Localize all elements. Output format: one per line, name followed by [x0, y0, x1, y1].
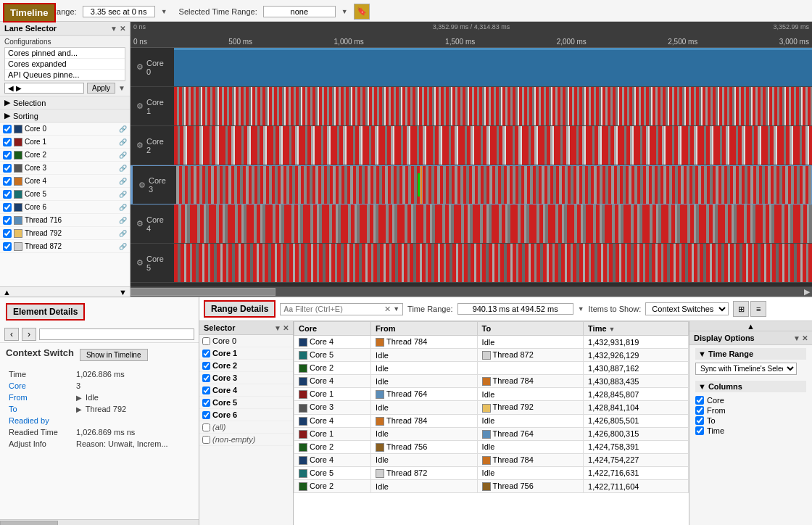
detail-label-to[interactable]: To [9, 405, 17, 413]
lane-item-core6[interactable]: Core 6 🔗 [0, 201, 130, 214]
th-from[interactable]: From [371, 322, 477, 336]
lane-pin-thread872[interactable]: 🔗 [119, 243, 127, 250]
display-close-icon[interactable]: ✕ [802, 334, 808, 342]
lane-pin-core0[interactable]: 🔗 [119, 125, 127, 133]
selector-item-core4[interactable]: Core 4 [199, 384, 293, 397]
scroll-right-btn[interactable]: ▶ [802, 287, 812, 297]
lane-pin-core6[interactable]: 🔗 [119, 204, 127, 211]
selector-checkbox-nonempty[interactable] [202, 436, 210, 444]
lane-item-core3[interactable]: Core 3 🔗 [0, 162, 130, 175]
filter-clear-icon[interactable]: ✕ [384, 305, 391, 314]
selector-checkbox-core5[interactable] [202, 399, 210, 407]
lane-checkbox-core4[interactable] [3, 177, 12, 186]
lane-pin-core2[interactable]: 🔗 [119, 152, 127, 159]
show-in-timeline-button[interactable]: Show in Timeline [80, 349, 148, 361]
gear-icon-5[interactable]: ⚙ [136, 258, 144, 268]
selector-checkbox-core2[interactable] [202, 362, 210, 370]
table-row[interactable]: Core 3 Idle Thread 792 1,428,841,104 [294, 401, 689, 414]
config-dropdown[interactable]: ▼ [118, 84, 125, 92]
core-1-track[interactable] [174, 87, 812, 125]
selector-checkbox-core6[interactable] [202, 411, 210, 419]
config-item-1[interactable]: Cores pinned and... [5, 48, 125, 59]
columns-section-title[interactable]: ▼ Columns [695, 381, 806, 392]
selector-close-icon[interactable]: ✕ [283, 324, 289, 332]
nav-next-button[interactable]: › [22, 328, 36, 341]
lane-pin-core4[interactable]: 🔗 [119, 178, 127, 185]
lane-checkbox-thread792[interactable] [3, 229, 12, 238]
lane-pin-thread792[interactable]: 🔗 [119, 230, 127, 237]
lane-checkbox-core6[interactable] [3, 203, 12, 212]
table-row[interactable]: Core 1 Thread 764 Idle 1,428,845,807 [294, 388, 689, 401]
col-checkbox-core[interactable] [695, 396, 704, 405]
gear-icon-1[interactable]: ⚙ [136, 102, 144, 111]
core-0-track[interactable] [174, 48, 812, 86]
lane-checkbox-core0[interactable] [3, 125, 12, 133]
lane-item-thread872[interactable]: Thread 872 🔗 [0, 240, 130, 253]
selection-section[interactable]: ▶ Selection [0, 96, 130, 109]
selector-item-core0[interactable]: Core 0 [199, 335, 293, 347]
display-scroll-up[interactable]: ▲ [689, 321, 812, 331]
lane-item-core2[interactable]: Core 2 🔗 [0, 149, 130, 162]
core-5-track[interactable] [174, 244, 812, 282]
col-checkbox-time[interactable] [695, 426, 704, 435]
visible-range-value[interactable]: 3.35 sec at 0 ns [83, 6, 155, 17]
lane-pin-core5[interactable]: 🔗 [119, 191, 127, 198]
grid-icon-2[interactable]: ≡ [750, 301, 766, 317]
core-2-track[interactable] [174, 126, 812, 165]
table-row[interactable]: Core 1 Idle Thread 764 1,426,800,315 [294, 427, 689, 440]
lane-selector-filter-icon[interactable]: ▼ [110, 25, 117, 33]
selector-item-core5[interactable]: Core 5 [199, 397, 293, 409]
gear-icon-0[interactable]: ⚙ [136, 62, 144, 72]
gear-icon-3[interactable]: ⚙ [138, 181, 146, 190]
selected-range-value[interactable]: none [263, 6, 336, 17]
th-to[interactable]: To [477, 322, 583, 336]
core-3-track[interactable] [176, 166, 811, 204]
table-row[interactable]: Core 2 Thread 756 Idle 1,424,758,391 [294, 440, 689, 453]
lane-pin-thread716[interactable]: 🔗 [119, 217, 127, 224]
table-row[interactable]: Core 4 Idle Thread 784 1,424,754,227 [294, 453, 689, 466]
gear-icon-4[interactable]: ⚙ [136, 219, 144, 228]
detail-scrollbar[interactable] [0, 519, 199, 525]
table-row[interactable]: Core 4 Idle Thread 784 1,430,883,435 [294, 375, 689, 388]
lane-checkbox-core1[interactable] [3, 138, 12, 146]
lane-item-core0[interactable]: Core 0 🔗 [0, 123, 130, 136]
lane-checkbox-thread872[interactable] [3, 242, 12, 251]
time-range-section-title[interactable]: ▼ Time Range [695, 348, 806, 360]
scroll-up-icon[interactable]: ▲ [3, 288, 11, 297]
nav-search-input[interactable] [39, 328, 194, 340]
table-row[interactable]: Core 4 Thread 784 Idle 1,432,931,819 [294, 336, 689, 349]
timeline-scrollbar[interactable]: ▶ [130, 286, 812, 297]
col-checkbox-to[interactable] [695, 416, 704, 425]
th-time[interactable]: Time ▼ [584, 322, 689, 336]
selector-checkbox-core3[interactable] [202, 374, 210, 382]
lane-checkbox-core5[interactable] [3, 190, 12, 199]
lane-checkbox-thread716[interactable] [3, 216, 12, 225]
table-row[interactable]: Core 5 Thread 872 Idle 1,422,716,631 [294, 466, 689, 479]
selector-item-core2[interactable]: Core 2 [199, 360, 293, 372]
detail-scroll-thumb[interactable] [0, 521, 58, 525]
detail-label-from[interactable]: From [9, 393, 28, 402]
lane-checkbox-core3[interactable] [3, 164, 12, 173]
detail-label-core[interactable]: Core [9, 381, 26, 390]
display-filter-icon[interactable]: ▼ [793, 334, 800, 342]
table-row[interactable]: Core 4 Thread 784 Idle 1,426,805,501 [294, 414, 689, 427]
lane-pin-core1[interactable]: 🔗 [119, 139, 127, 146]
visible-range-dropdown[interactable]: ▼ [161, 8, 167, 15]
selector-item-core1[interactable]: Core 1 [199, 347, 293, 360]
lane-selector-close-icon[interactable]: ✕ [120, 25, 125, 33]
selector-checkbox-all[interactable] [202, 423, 210, 431]
selector-item-nonempty[interactable]: (non-empty) [199, 434, 293, 446]
lane-item-thread792[interactable]: Thread 792 🔗 [0, 227, 130, 240]
filter-input[interactable] [295, 305, 382, 313]
time-range-value[interactable]: 940.13 ms at 494.52 ms [457, 303, 573, 315]
time-range-dropdown[interactable]: ▼ [578, 305, 584, 313]
gear-icon-2[interactable]: ⚙ [136, 141, 144, 150]
config-scroll-area[interactable]: ◀ ▶ [4, 83, 84, 94]
selected-range-dropdown[interactable]: ▼ [341, 8, 348, 15]
lane-item-core4[interactable]: Core 4 🔗 [0, 175, 130, 188]
apply-button[interactable]: Apply [87, 83, 115, 94]
selector-item-core3[interactable]: Core 3 [199, 372, 293, 384]
config-item-2[interactable]: Cores expanded [5, 59, 125, 70]
col-checkbox-from[interactable] [695, 406, 704, 415]
lane-pin-core3[interactable]: 🔗 [119, 165, 127, 172]
